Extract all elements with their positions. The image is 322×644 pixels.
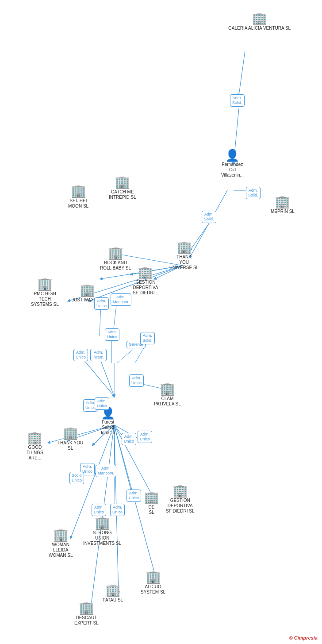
badge-adm-unico-12[interactable]: Adm.Unico	[110, 504, 125, 516]
gestion2-label: GESTIONDEPORTIVASF DIEDRI SL	[166, 498, 194, 514]
badge-adm-unico-7[interactable]: Adm.Unico	[122, 433, 136, 445]
strong-union-label: STRONGUNIONINVESTMENTS SL	[83, 530, 121, 546]
meprin-node: 🏢 MEPRIN SL	[271, 196, 295, 214]
clam-node: 🏢 CLAMPATIVELA SL	[154, 383, 181, 407]
badge-adm-unico-6[interactable]: Adm.Unico	[95, 397, 109, 410]
gestion2-node: 🏢 GESTIONDEPORTIVASF DIEDRI SL	[166, 485, 194, 514]
galeria-node: 🏢 GALERIA ALICIA VENTURA SL	[228, 12, 291, 31]
svg-line-0	[239, 51, 245, 95]
rmc-label: RMC HIGHTECHSYSTEMS SL	[31, 291, 59, 307]
thank-you-universe-icon: 🏢	[176, 241, 192, 254]
clam-icon: 🏢	[160, 383, 175, 395]
strong-union-icon: 🏢	[95, 517, 110, 529]
patau-icon: 🏢	[105, 584, 121, 597]
badge-adm-unico-3[interactable]: Adm.Unico	[73, 349, 88, 361]
galeria-label: GALERIA ALICIA VENTURA SL	[228, 26, 291, 31]
thank-you-universe-node: 🏢 THANKYOUUNIVERSE SL	[169, 241, 199, 270]
badge-adm-unico-2[interactable]: Adm.Unico	[105, 328, 119, 341]
meprin-label: MEPRIN SL	[271, 209, 295, 214]
alicuo-icon: 🏢	[146, 571, 161, 583]
fernandez-node: 👤 FernandezCidVillasenin...	[221, 150, 244, 178]
badge-adm-unico-11[interactable]: Adm.Unico	[92, 504, 106, 516]
alicuo-node: 🏢 ALICUOSYSTEM SL	[141, 571, 165, 595]
woman-lleida-label: WOMANLLEIDAWOMAN SL	[49, 542, 73, 558]
gestion1-node: 🏢 GESTIONDEPORTIVASF DIEDRI...	[133, 266, 158, 296]
svg-line-17	[100, 358, 114, 396]
woman-lleida-icon: 🏢	[53, 529, 69, 541]
rmc-icon: 🏢	[37, 278, 53, 290]
de-sl-node: 🏢 DESL	[144, 491, 159, 515]
badge-adm-mancom-1[interactable]: Adm.Mancom.	[111, 293, 131, 306]
descaut-label: DESCAUTEXPERT SL	[74, 615, 99, 626]
badge-adm-mancom-2[interactable]: Adm.Mancom.	[96, 465, 116, 477]
svg-line-14	[117, 350, 133, 363]
badge-adm-unico-8[interactable]: Adm.Unico	[138, 431, 152, 443]
furest-label: FurestSalietiIgnacio	[101, 420, 115, 436]
catch-me-node: 🏢 CATCH MEINTREPID SL	[109, 176, 136, 200]
alicuo-label: ALICUOSYSTEM SL	[141, 584, 165, 595]
badge-adm-solid-2[interactable]: Adm.Solid.	[246, 187, 261, 199]
badge-adm-incom[interactable]: Adm.Incom.	[90, 349, 107, 361]
sei-hei-label: SEI- HEIMOON SL	[68, 198, 88, 209]
patau-node: 🏢 PATAU SL	[103, 584, 123, 603]
patau-label: PATAU SL	[103, 598, 123, 603]
good-things-icon: 🏢	[27, 432, 42, 444]
just-waxx-icon: 🏢	[80, 284, 95, 297]
badge-socio-unico[interactable]: SocioUnico	[69, 472, 84, 484]
rock-roll-label: ROCK ANDROLL BABY SL	[100, 260, 131, 271]
gestion2-icon: 🏢	[172, 485, 188, 497]
catch-me-icon: 🏢	[115, 176, 130, 189]
de-sl-icon: 🏢	[144, 491, 159, 504]
de-sl-label: DESL	[149, 505, 155, 515]
fernandez-person-icon: 👤	[225, 150, 239, 161]
gestion1-icon: 🏢	[138, 266, 153, 279]
rock-roll-icon: 🏢	[108, 247, 123, 259]
sei-hei-node: 🏢 SEI- HEIMOON SL	[68, 185, 88, 209]
svg-line-12	[100, 305, 101, 336]
sei-hei-icon: 🏢	[71, 185, 86, 197]
watermark: © Cimpresia	[289, 635, 318, 640]
descaut-icon: 🏢	[79, 602, 94, 614]
badge-adm-unico-1[interactable]: Adm.Unico	[94, 297, 109, 310]
svg-line-16	[82, 358, 114, 396]
strong-union-node: 🏢 STRONGUNIONINVESTMENTS SL	[83, 517, 121, 546]
meprin-icon: 🏢	[275, 196, 290, 208]
badge-adm-unico-4[interactable]: Adm.Unico	[129, 374, 144, 387]
clam-label: CLAMPATIVELA SL	[154, 396, 181, 407]
woman-lleida-node: 🏢 WOMANLLEIDAWOMAN SL	[49, 529, 73, 558]
thank-you-sl-label: THANK YOUSL	[58, 440, 83, 451]
gestion1-label: GESTIONDEPORTIVASF DIEDRI...	[133, 280, 158, 296]
thank-you-sl-icon: 🏢	[63, 427, 78, 440]
descaut-node: 🏢 DESCAUTEXPERT SL	[74, 602, 99, 626]
good-things-label: GOODTHINGSARE...	[27, 445, 43, 461]
rmc-node: 🏢 RMC HIGHTECHSYSTEMS SL	[31, 278, 59, 307]
catch-me-label: CATCH MEINTREPID SL	[109, 189, 136, 200]
rock-roll-node: 🏢 ROCK ANDROLL BABY SL	[100, 247, 131, 271]
good-things-node: 🏢 GOODTHINGSARE...	[27, 432, 43, 461]
badge-adm-solid-1[interactable]: Adm.Solid.	[230, 94, 245, 107]
badge-adm-unico-10[interactable]: Adm.Unico	[126, 490, 141, 502]
galeria-icon: 🏢	[252, 12, 267, 25]
badge-adm-solid-3[interactable]: Adm.Solid.	[202, 211, 216, 223]
thank-you-sl-node: 🏢 THANK YOUSL	[58, 427, 83, 451]
badge-adm-solid-4[interactable]: Adm.Solid.	[140, 332, 155, 344]
fernandez-label: FernandezCidVillasenin...	[221, 162, 244, 178]
furest-node: 👤 FurestSalietiIgnacio	[101, 407, 115, 436]
thank-you-universe-label: THANKYOUUNIVERSE SL	[169, 255, 199, 270]
